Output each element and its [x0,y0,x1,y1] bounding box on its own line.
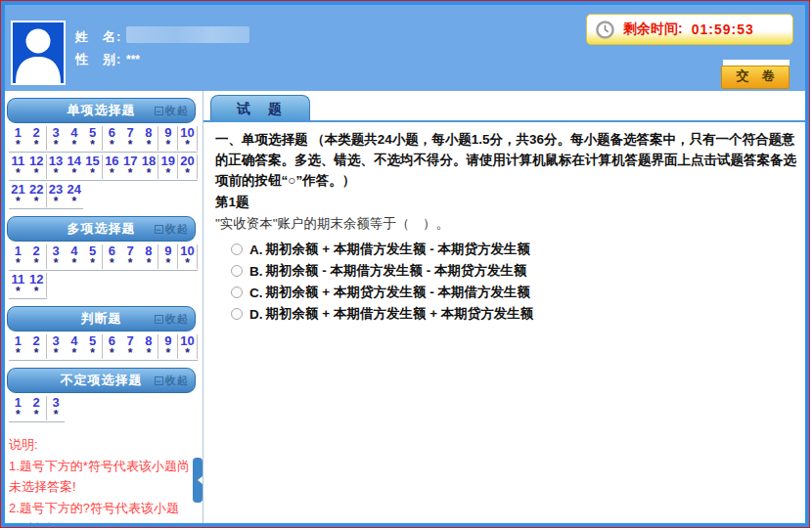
unanswered-marker: * [185,140,190,151]
question-nav-item[interactable]: 6* [103,126,121,151]
question-nav-item[interactable]: 10* [178,126,198,151]
unanswered-marker: * [90,348,95,359]
option-row-c[interactable]: C. 期初余额 + 本期贷方发生额 - 本期借方发生额 [215,282,797,303]
option-radio[interactable] [231,265,243,277]
question-nav-item[interactable]: 21* [9,183,27,207]
question-nav-item[interactable]: 15* [83,155,103,179]
question-nav-item[interactable]: 19* [158,155,178,179]
question-nav-item[interactable]: 14* [65,155,83,179]
exam-page: 姓 名: 性 别: *** 剩余时间: 01:59:53 交 卷 单项选择题 [0,0,810,528]
unanswered-marker: * [128,258,133,269]
collapse-icon: − [155,315,163,324]
question-nav-item[interactable]: 3* [47,244,66,269]
question-nav-item[interactable]: 9* [158,244,178,269]
question-nav-item[interactable]: 24* [65,183,83,207]
question-nav-item[interactable]: 10* [178,244,198,269]
collapse-link[interactable]: − 收起 [155,103,189,118]
question-nav-item[interactable]: 7* [121,244,140,269]
question-nav-item[interactable]: 3* [47,126,66,151]
unanswered-marker: * [128,140,133,151]
question-nav-item[interactable]: 2* [27,334,47,359]
question-nav-item[interactable]: 18* [140,155,159,179]
question-nav-item[interactable]: 4* [65,244,83,269]
question-nav-item[interactable]: 11* [9,273,27,297]
question-nav-row: 1*2*3*4*5*6*7*8*9*10* [9,334,198,361]
question-nav-sidebar: 单项选择题 − 收起 1*2*3*4*5*6*7*8*9*10*11*12*13… [5,91,198,523]
gender-value: *** [126,53,140,66]
unanswered-marker: * [71,348,76,359]
question-nav-item[interactable]: 1* [9,126,27,151]
option-radio[interactable] [231,243,243,255]
question-nav-item[interactable]: 2* [27,244,47,269]
question-nav-item[interactable]: 6* [103,244,121,269]
panel-collapse-handle[interactable] [193,458,203,503]
question-nav-item[interactable]: 1* [9,396,27,420]
section-header-single-choice: 单项选择题 − 收起 [7,98,196,123]
question-nav-item[interactable]: 8* [140,334,159,359]
question-nav-item[interactable]: 6* [103,334,121,359]
gender-label: 性 别: [75,51,121,68]
question-nav-item[interactable]: 7* [121,126,140,151]
section-multi-choice: 多项选择题 − 收起 1*2*3*4*5*6*7*8*9*10*11*12* [7,216,196,299]
collapse-link[interactable]: − 收起 [155,373,189,388]
question-nav-item[interactable]: 1* [9,334,27,359]
option-row-b[interactable]: B. 期初余额 - 本期借方发生额 - 本期贷方发生额 [215,260,797,282]
question-nav-item[interactable]: 1* [9,244,27,269]
question-nav-item[interactable]: 5* [83,126,103,151]
question-nav-item[interactable]: 10* [178,334,198,359]
question-nav-item[interactable]: 4* [65,334,83,359]
question-nav-item[interactable]: 23* [47,183,66,207]
question-nav-item[interactable]: 16* [103,155,121,179]
question-grid: 1*2*3*4*5*6*7*8*9*10*11*12*13*14*15*16*1… [9,126,196,209]
question-nav-item[interactable]: 9* [158,126,178,151]
question-nav-item[interactable]: 12* [27,273,47,297]
question-nav-item[interactable]: 7* [121,334,140,359]
section-header-multi-choice: 多项选择题 − 收起 [7,216,196,242]
question-nav-item[interactable]: 3* [47,396,66,420]
option-row-a[interactable]: A. 期初余额 + 本期借方发生额 - 本期贷方发生额 [215,239,797,260]
question-grid: 1*2*3*4*5*6*7*8*9*10* [9,334,196,361]
option-radio[interactable] [231,308,243,320]
section-instructions: 一、单项选择题 （本类题共24小题，每小题1.5分，共36分。每小题备选答案中，… [215,129,797,191]
question-nav-item[interactable]: 13* [47,155,66,179]
option-label: B. [249,264,263,279]
question-nav-item[interactable]: 8* [140,126,159,151]
collapse-label: 收起 [165,218,189,241]
unanswered-marker: * [54,258,59,269]
question-nav-item[interactable]: 22* [27,183,47,207]
submit-button[interactable]: 交 卷 [721,66,789,89]
unanswered-marker: * [34,348,39,359]
option-radio[interactable] [231,287,243,298]
exam-header: 姓 名: 性 别: *** 剩余时间: 01:59:53 交 卷 [5,5,805,91]
unanswered-marker: * [90,140,95,151]
unanswered-marker: * [165,168,170,179]
collapse-icon: − [155,107,163,115]
tab-exam-questions[interactable]: 试 题 [210,95,310,121]
unanswered-marker: * [54,410,59,420]
option-text: 期初余额 + 本期借方发生额 - 本期贷方发生额 [266,241,530,258]
collapse-link[interactable]: − 收起 [155,221,189,237]
question-nav-item[interactable]: 8* [140,244,159,269]
unanswered-marker: * [34,258,39,269]
unanswered-marker: * [90,258,95,269]
option-row-d[interactable]: D. 期初余额 + 本期借方发生额 + 本期贷方发生额 [215,303,797,325]
collapse-icon: − [155,225,163,234]
question-nav-item[interactable]: 17* [121,155,140,179]
section-single-choice: 单项选择题 − 收起 1*2*3*4*5*6*7*8*9*10*11*12*13… [7,98,196,209]
unanswered-marker: * [128,168,133,179]
note-line: 1.题号下方的*符号代表该小题尚未选择答案! [9,456,191,497]
question-nav-item[interactable]: 11* [9,155,27,179]
unanswered-marker: * [110,258,114,269]
question-nav-item[interactable]: 9* [158,334,178,359]
question-nav-item[interactable]: 2* [27,396,47,420]
question-nav-item[interactable]: 3* [47,334,66,359]
collapse-link[interactable]: − 收起 [155,311,189,327]
question-nav-item[interactable]: 12* [27,155,47,179]
unanswered-marker: * [34,197,39,207]
unanswered-marker: * [16,197,21,207]
question-nav-item[interactable]: 20* [178,155,198,179]
question-nav-item[interactable]: 4* [65,126,83,151]
question-nav-item[interactable]: 2* [27,126,47,151]
question-nav-item[interactable]: 5* [83,244,103,269]
question-nav-item[interactable]: 5* [83,334,103,359]
